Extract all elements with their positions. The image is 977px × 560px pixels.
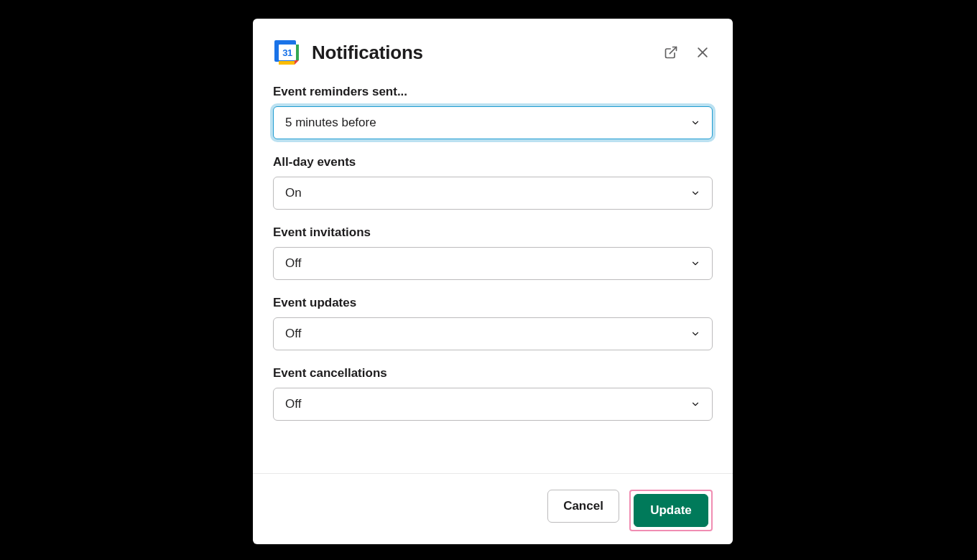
modal-header: 31 Notifications bbox=[253, 19, 733, 73]
chevron-down-icon bbox=[690, 399, 700, 409]
field-label: Event reminders sent... bbox=[273, 85, 713, 99]
modal-footer: Cancel Update bbox=[253, 473, 733, 544]
header-actions bbox=[661, 42, 713, 62]
event-reminders-select[interactable]: 5 minutes before bbox=[273, 106, 713, 139]
select-value: Off bbox=[285, 397, 301, 411]
close-icon bbox=[695, 45, 710, 60]
notifications-modal: 31 Notifications Event bbox=[253, 19, 733, 544]
update-button[interactable]: Update bbox=[634, 494, 708, 527]
chevron-down-icon bbox=[690, 258, 700, 269]
chevron-down-icon bbox=[690, 188, 700, 198]
chevron-down-icon bbox=[690, 329, 700, 339]
field-label: Event invitations bbox=[273, 225, 713, 240]
update-highlight: Update bbox=[629, 490, 713, 531]
field-label: All-day events bbox=[273, 155, 713, 169]
cancel-button[interactable]: Cancel bbox=[547, 490, 619, 523]
all-day-events-select[interactable]: On bbox=[273, 177, 713, 210]
external-link-icon bbox=[664, 45, 678, 60]
select-value: Off bbox=[285, 327, 301, 341]
select-value: Off bbox=[285, 256, 301, 271]
modal-body: Event reminders sent... 5 minutes before… bbox=[253, 73, 733, 473]
field-event-updates: Event updates Off bbox=[273, 296, 713, 350]
field-event-cancellations: Event cancellations Off bbox=[273, 366, 713, 421]
event-updates-select[interactable]: Off bbox=[273, 317, 713, 350]
select-value: On bbox=[285, 186, 302, 200]
field-label: Event cancellations bbox=[273, 366, 713, 381]
svg-line-0 bbox=[670, 47, 676, 54]
field-event-invitations: Event invitations Off bbox=[273, 225, 713, 280]
close-button[interactable] bbox=[693, 42, 713, 62]
modal-title: Notifications bbox=[312, 42, 661, 64]
field-label: Event updates bbox=[273, 296, 713, 310]
field-event-reminders: Event reminders sent... 5 minutes before bbox=[273, 85, 713, 139]
google-calendar-icon: 31 bbox=[273, 39, 300, 66]
event-cancellations-select[interactable]: Off bbox=[273, 388, 713, 421]
chevron-down-icon bbox=[690, 118, 700, 128]
field-all-day-events: All-day events On bbox=[273, 155, 713, 210]
open-external-button[interactable] bbox=[661, 42, 681, 62]
event-invitations-select[interactable]: Off bbox=[273, 247, 713, 280]
select-value: 5 minutes before bbox=[285, 116, 376, 130]
